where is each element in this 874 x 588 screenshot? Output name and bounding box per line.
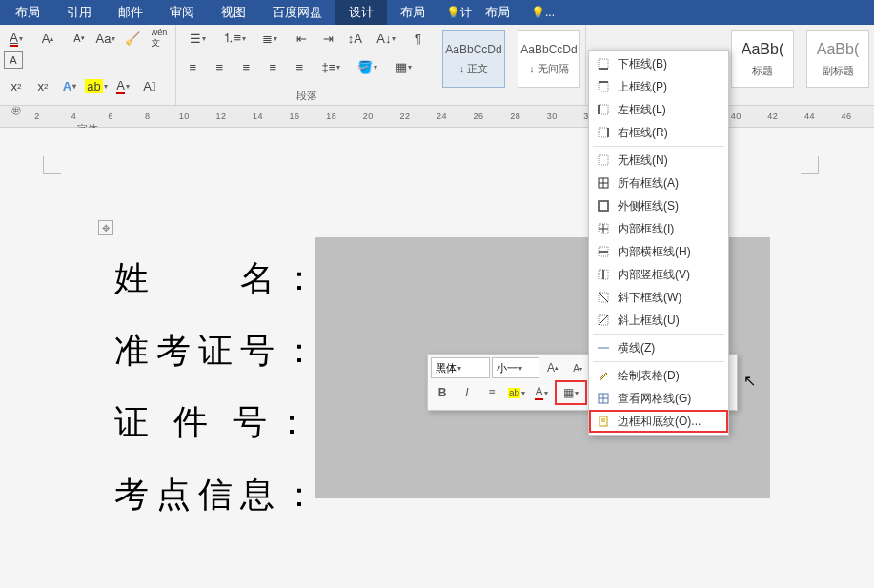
- phonetic-guide[interactable]: wén文: [147, 27, 172, 50]
- ctx-br[interactable]: 右框线(R): [589, 121, 728, 144]
- mini-borders-button[interactable]: ▦▾: [555, 380, 587, 405]
- ctx-grid[interactable]: 查看网格线(G): [589, 387, 728, 410]
- border-icon: [595, 221, 612, 236]
- superscript[interactable]: x2: [30, 74, 55, 97]
- ctx-bv[interactable]: 内部竖框线(V): [589, 263, 728, 286]
- menu-item-view[interactable]: 视图: [208, 0, 259, 25]
- borders[interactable]: ▦▾: [386, 55, 420, 78]
- border-icon: [595, 368, 612, 383]
- font-shrink[interactable]: A▾: [67, 27, 91, 50]
- ctx-bt[interactable]: 上框线(P): [589, 75, 728, 98]
- font-color-dropdown[interactable]: A▾: [4, 27, 29, 50]
- group-font: A▾ A▴ A▾ Aa▾ 🧹 wén文 A x2 x2 A▾ ab▾ A▾ A⃝…: [0, 25, 176, 105]
- svg-line-24: [599, 315, 608, 325]
- mini-font-size[interactable]: 小一 ▾: [492, 357, 539, 378]
- ribbon: A▾ A▴ A▾ Aa▾ 🧹 wén文 A x2 x2 A▾ ab▾ A▾ A⃝…: [0, 25, 874, 106]
- ctx-bd1[interactable]: 斜下框线(W): [589, 286, 728, 309]
- ctx-bo[interactable]: 外侧框线(S): [589, 194, 728, 217]
- align-distribute[interactable]: ≡: [287, 55, 312, 78]
- align-justify[interactable]: ≡: [260, 55, 285, 78]
- ctx-bn[interactable]: 无框线(N): [589, 149, 728, 172]
- highlight[interactable]: ab▾: [84, 74, 109, 97]
- char-shading[interactable]: A⃝: [137, 74, 162, 97]
- align-center[interactable]: ≡: [207, 55, 232, 78]
- border-icon: [595, 340, 612, 355]
- table-move-handle[interactable]: ✥: [98, 220, 113, 235]
- clear-formatting[interactable]: 🧹: [120, 27, 145, 50]
- change-case[interactable]: Aa▾: [93, 27, 118, 50]
- border-icon: [595, 414, 612, 429]
- line-spacing[interactable]: ‡≡▾: [314, 55, 348, 78]
- font-grow[interactable]: A▴: [30, 27, 65, 50]
- font-color-2[interactable]: A▾: [111, 74, 135, 97]
- mini-italic[interactable]: I: [456, 382, 478, 403]
- ctx-pen[interactable]: 绘制表格(D): [589, 364, 728, 387]
- ctx-bh[interactable]: 内部横框线(H): [589, 240, 728, 263]
- ctx-ba[interactable]: 所有框线(A): [589, 172, 728, 194]
- menu-bar: 布局 引用 邮件 审阅 视图 百度网盘 设计 布局 💡 计 布局 💡 ...: [0, 0, 874, 25]
- group-paragraph: ☰▾ ⒈≡▾ ≣▾ ⇤ ⇥ ↕A A↓▾ ¶ ≡ ≡ ≡ ≡ ≡ ‡≡▾ 🪣▾ …: [176, 25, 437, 105]
- menu-item-design[interactable]: 设计: [335, 0, 387, 25]
- ctx-bd2[interactable]: 斜上框线(U): [589, 309, 728, 332]
- svg-line-22: [599, 293, 608, 302]
- mini-font-family[interactable]: 黑体 ▾: [431, 357, 490, 378]
- menu-item-baidu[interactable]: 百度网盘: [259, 0, 335, 25]
- svg-rect-0: [599, 59, 608, 69]
- show-marks[interactable]: ¶: [405, 27, 430, 50]
- decrease-indent[interactable]: ⇤: [289, 27, 314, 50]
- border-icon: [595, 56, 612, 71]
- mini-bold[interactable]: B: [431, 382, 454, 403]
- svg-rect-2: [599, 82, 608, 91]
- menu-item-layout3[interactable]: 布局: [472, 0, 523, 25]
- label-id-number: 证 件 号：: [114, 386, 324, 458]
- svg-rect-4: [599, 105, 608, 114]
- document-area[interactable]: ✥ 姓 名： 准考证号： 证 件 号： 考点信息： 黑体 ▾ 小一 ▾ A▴ A…: [0, 128, 874, 588]
- page-corner-tr: [801, 156, 819, 174]
- enclose-char[interactable]: ㊥: [4, 99, 29, 122]
- group-label-paragraph: 段落: [180, 89, 433, 105]
- tell-me-2[interactable]: 💡 ...: [531, 6, 555, 19]
- menu-item-layout2[interactable]: 布局: [387, 0, 438, 25]
- border-icon: [595, 125, 612, 140]
- menu-item-references[interactable]: 引用: [53, 0, 105, 25]
- text-effects[interactable]: A▾: [57, 74, 82, 97]
- subscript[interactable]: x2: [4, 74, 29, 97]
- mini-shrink-font[interactable]: A▾: [566, 357, 589, 378]
- page-corner-tl: [43, 156, 61, 174]
- text-direction[interactable]: ↕A: [342, 27, 367, 50]
- tell-me-1[interactable]: 💡 计: [446, 5, 472, 21]
- label-site-info: 考点信息：: [114, 458, 324, 531]
- menu-item-layout1[interactable]: 布局: [2, 0, 53, 25]
- svg-rect-6: [599, 128, 608, 137]
- align-right[interactable]: ≡: [234, 55, 258, 78]
- svg-rect-8: [599, 155, 608, 165]
- increase-indent[interactable]: ⇥: [315, 27, 340, 50]
- menu-item-review[interactable]: 审阅: [156, 0, 208, 25]
- align-left[interactable]: ≡: [180, 55, 205, 78]
- ctx-bl[interactable]: 左框线(L): [589, 98, 728, 121]
- mini-align[interactable]: ≡: [480, 382, 503, 403]
- border-icon: [595, 102, 612, 117]
- shading[interactable]: 🪣▾: [350, 55, 384, 78]
- svg-rect-13: [599, 201, 608, 211]
- style-subtitle[interactable]: AaBb(副标题: [806, 30, 869, 88]
- ctx-bb[interactable]: 下框线(B): [589, 52, 728, 75]
- char-border[interactable]: A: [4, 51, 23, 69]
- mini-highlight[interactable]: ab▾: [505, 382, 528, 403]
- border-icon: [595, 175, 612, 191]
- sort[interactable]: A↓▾: [369, 27, 403, 50]
- style-normal[interactable]: AaBbCcDd↓ 正文: [442, 30, 505, 88]
- ctx-doc[interactable]: 边框和底纹(O)...: [589, 410, 728, 433]
- group-styles-a: AaBbCcDd↓ 正文 AaBbCcDd↓ 无间隔: [437, 25, 586, 105]
- bullets[interactable]: ☰▾: [180, 27, 214, 50]
- svg-rect-12: [599, 201, 608, 211]
- style-nospacing[interactable]: AaBbCcDd↓ 无间隔: [518, 30, 580, 88]
- mini-grow-font[interactable]: A▴: [541, 357, 564, 378]
- style-title[interactable]: AaBb(标题: [731, 30, 794, 88]
- multilevel-list[interactable]: ≣▾: [253, 27, 287, 50]
- numbering[interactable]: ⒈≡▾: [216, 27, 251, 50]
- ctx-bi[interactable]: 内部框线(I): [589, 217, 728, 240]
- menu-item-mailings[interactable]: 邮件: [105, 0, 156, 25]
- mini-font-color[interactable]: A▾: [530, 382, 553, 403]
- ctx-hr[interactable]: 横线(Z): [589, 336, 728, 359]
